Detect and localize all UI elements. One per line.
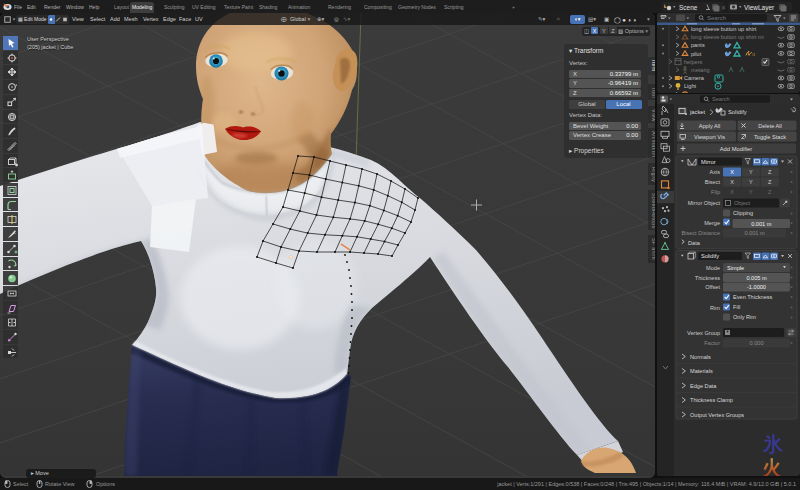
- svg-text:Scene: Scene: [679, 4, 698, 11]
- svg-text:✕: ✕: [721, 5, 726, 11]
- svg-text:Offset: Offset: [705, 284, 720, 290]
- svg-text:jacket: jacket: [689, 109, 706, 115]
- svg-text:氷: 氷: [762, 433, 784, 455]
- svg-text:Mirror: Mirror: [701, 159, 716, 165]
- svg-text:Light: Light: [684, 83, 697, 89]
- svg-text:Axis: Axis: [709, 169, 720, 175]
- svg-text:Solidify: Solidify: [701, 253, 719, 259]
- svg-text:Vertex Group: Vertex Group: [687, 330, 720, 336]
- svg-text:Data: Data: [688, 240, 701, 246]
- svg-text:Object: Object: [734, 200, 751, 206]
- svg-text:Toggle Stack: Toggle Stack: [754, 134, 786, 140]
- svg-text:0.000: 0.000: [750, 340, 764, 346]
- svg-text:Normals: Normals: [690, 354, 711, 360]
- svg-text:Bisect: Bisect: [705, 179, 721, 185]
- svg-text:Mode: Mode: [706, 265, 720, 271]
- svg-text:ViewLayer: ViewLayer: [744, 4, 775, 12]
- svg-text:Y: Y: [749, 179, 753, 185]
- svg-text:Search: Search: [712, 96, 730, 102]
- svg-text:Clipping: Clipping: [733, 210, 753, 216]
- svg-text:Y: Y: [749, 169, 753, 175]
- svg-text:Z: Z: [768, 189, 772, 195]
- svg-text:Solidify: Solidify: [728, 109, 747, 115]
- svg-text:Factor: Factor: [704, 340, 720, 346]
- svg-text:Flip: Flip: [711, 189, 720, 195]
- svg-text:0.001 m: 0.001 m: [744, 230, 765, 236]
- svg-text:X: X: [730, 189, 734, 195]
- svg-text:Simple: Simple: [727, 265, 744, 271]
- svg-text:pilot: pilot: [691, 51, 702, 57]
- svg-text:X: X: [730, 169, 734, 175]
- svg-text:Y: Y: [749, 189, 753, 195]
- svg-text:Materials: Materials: [690, 368, 713, 374]
- svg-text:火: 火: [762, 457, 783, 476]
- svg-text:pants: pants: [691, 42, 705, 48]
- svg-text:long sleeve button up shirt: long sleeve button up shirt: [691, 26, 757, 32]
- svg-text:Only Rim: Only Rim: [733, 314, 756, 320]
- svg-text:metarig: metarig: [691, 67, 710, 73]
- svg-text:Apply All: Apply All: [699, 123, 720, 129]
- svg-text:Z: Z: [768, 169, 772, 175]
- svg-text:helpers: helpers: [684, 59, 703, 65]
- svg-text:Output Vertex Groups: Output Vertex Groups: [690, 412, 744, 418]
- svg-text:Z: Z: [768, 179, 772, 185]
- svg-text:Thickness: Thickness: [695, 275, 720, 281]
- svg-text:0.001 m: 0.001 m: [751, 221, 772, 227]
- svg-text:Camera: Camera: [684, 75, 705, 81]
- svg-text:Viewport Vis: Viewport Vis: [694, 134, 725, 140]
- svg-text:long sleeve button up shirt mi: long sleeve button up shirt mi: [691, 34, 764, 40]
- svg-text:Mirror Object: Mirror Object: [688, 200, 721, 206]
- svg-text:Bisect Distance: Bisect Distance: [681, 230, 720, 236]
- svg-text:/1: /1: [752, 52, 756, 57]
- svg-text:Add Modifier: Add Modifier: [720, 146, 753, 152]
- svg-text:Merge: Merge: [704, 220, 720, 226]
- svg-text:0.005 m: 0.005 m: [746, 275, 767, 281]
- svg-text:Rim: Rim: [710, 305, 720, 311]
- svg-text:Thickness Clamp: Thickness Clamp: [690, 397, 733, 403]
- svg-text:Fill: Fill: [733, 304, 740, 310]
- svg-text:Even Thickness: Even Thickness: [733, 294, 773, 300]
- svg-text:X: X: [730, 179, 734, 185]
- svg-text:Delete All: Delete All: [758, 123, 782, 129]
- svg-text:-1.0000: -1.0000: [747, 284, 766, 290]
- svg-text:Edge Data: Edge Data: [690, 383, 717, 389]
- svg-text:Search: Search: [707, 15, 726, 21]
